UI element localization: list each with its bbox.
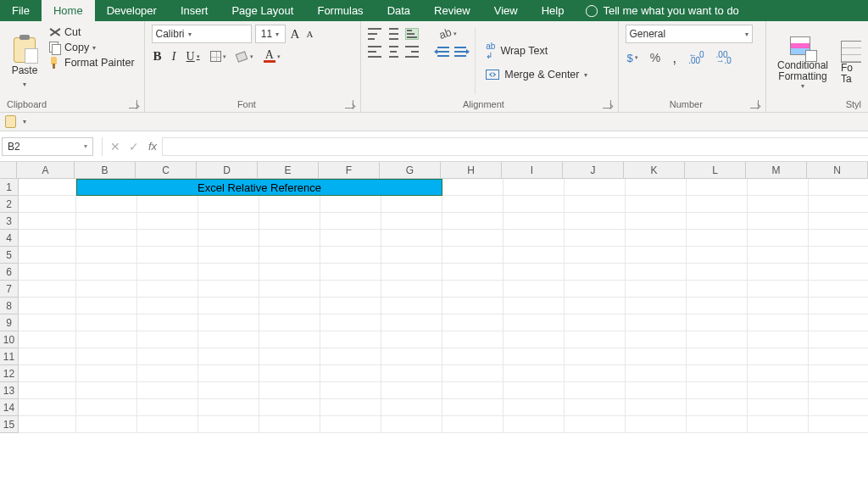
cell[interactable] bbox=[381, 213, 442, 230]
cell[interactable] bbox=[809, 365, 868, 382]
cell[interactable] bbox=[320, 314, 381, 331]
fill-color-button[interactable] bbox=[235, 50, 255, 64]
cell[interactable] bbox=[137, 382, 198, 399]
format-as-table-button[interactable]: Fo Ta bbox=[841, 25, 861, 97]
cell[interactable] bbox=[320, 331, 381, 348]
font-color-button[interactable]: A bbox=[262, 49, 282, 64]
cell[interactable] bbox=[137, 230, 198, 247]
paste-button[interactable]: Paste bbox=[7, 25, 42, 97]
column-header-J[interactable]: J bbox=[563, 162, 624, 179]
cell[interactable] bbox=[626, 365, 687, 382]
cell[interactable] bbox=[76, 331, 137, 348]
cell[interactable] bbox=[137, 281, 198, 298]
cell[interactable] bbox=[504, 314, 565, 331]
cell[interactable] bbox=[748, 179, 809, 196]
cell[interactable] bbox=[259, 331, 320, 348]
cell[interactable] bbox=[687, 179, 748, 196]
cell[interactable] bbox=[198, 298, 259, 314]
tab-home[interactable]: Home bbox=[42, 0, 95, 21]
cell[interactable] bbox=[198, 247, 259, 264]
cell[interactable] bbox=[809, 264, 868, 281]
cut-button[interactable]: Cut bbox=[47, 26, 136, 38]
cell[interactable] bbox=[504, 365, 565, 382]
cell[interactable] bbox=[687, 264, 748, 281]
cell[interactable] bbox=[137, 314, 198, 331]
cell[interactable] bbox=[809, 298, 868, 314]
cell[interactable] bbox=[565, 230, 626, 247]
cell[interactable] bbox=[198, 196, 259, 213]
formula-input[interactable] bbox=[162, 137, 868, 156]
cell[interactable] bbox=[626, 247, 687, 264]
cell[interactable] bbox=[19, 179, 76, 196]
cell[interactable] bbox=[565, 365, 626, 382]
cell[interactable] bbox=[198, 314, 259, 331]
cell[interactable] bbox=[687, 196, 748, 213]
cell[interactable] bbox=[748, 281, 809, 298]
cell[interactable] bbox=[259, 264, 320, 281]
font-launcher-icon[interactable] bbox=[345, 100, 353, 108]
row-header-14[interactable]: 14 bbox=[0, 399, 19, 416]
cell[interactable] bbox=[809, 179, 868, 196]
cell[interactable] bbox=[687, 230, 748, 247]
cell[interactable] bbox=[19, 230, 76, 247]
cell[interactable] bbox=[748, 196, 809, 213]
cell[interactable] bbox=[809, 213, 868, 230]
cell[interactable] bbox=[320, 348, 381, 365]
cell[interactable] bbox=[19, 281, 76, 298]
row-header-3[interactable]: 3 bbox=[0, 213, 19, 230]
cell[interactable] bbox=[626, 264, 687, 281]
column-header-H[interactable]: H bbox=[441, 162, 502, 179]
cell[interactable] bbox=[626, 399, 687, 416]
borders-button[interactable] bbox=[209, 50, 228, 63]
cell[interactable] bbox=[381, 399, 442, 416]
cell[interactable] bbox=[381, 281, 442, 298]
comma-style-button[interactable]: , bbox=[670, 53, 678, 63]
cell[interactable] bbox=[504, 213, 565, 230]
cell[interactable] bbox=[320, 264, 381, 281]
qat-dropdown-icon[interactable]: ▾ bbox=[23, 118, 26, 125]
tellme-search[interactable]: Tell me what you want to do bbox=[576, 0, 748, 21]
row-header-2[interactable]: 2 bbox=[0, 196, 19, 213]
cell[interactable] bbox=[565, 399, 626, 416]
cell[interactable] bbox=[137, 365, 198, 382]
tab-insert[interactable]: Insert bbox=[169, 0, 220, 21]
cell[interactable] bbox=[137, 264, 198, 281]
cell[interactable] bbox=[442, 213, 504, 230]
decrease-decimal-button[interactable]: .00→.0 bbox=[715, 51, 733, 64]
cell[interactable] bbox=[259, 382, 320, 399]
cell[interactable] bbox=[259, 314, 320, 331]
cell[interactable] bbox=[320, 196, 381, 213]
cell[interactable] bbox=[198, 264, 259, 281]
cell[interactable] bbox=[809, 348, 868, 365]
cell[interactable] bbox=[809, 382, 868, 399]
row-header-5[interactable]: 5 bbox=[0, 247, 19, 264]
cell[interactable] bbox=[809, 416, 868, 433]
cell[interactable] bbox=[76, 365, 137, 382]
cell[interactable] bbox=[565, 331, 626, 348]
cell[interactable] bbox=[198, 399, 259, 416]
cell[interactable] bbox=[381, 348, 442, 365]
cell[interactable] bbox=[809, 230, 868, 247]
row-header-4[interactable]: 4 bbox=[0, 230, 19, 247]
cell[interactable] bbox=[504, 382, 565, 399]
cell[interactable] bbox=[320, 298, 381, 314]
cell[interactable] bbox=[442, 298, 504, 314]
italic-button[interactable]: I bbox=[170, 48, 178, 64]
cell[interactable] bbox=[381, 331, 442, 348]
cell[interactable] bbox=[76, 264, 137, 281]
cell[interactable] bbox=[442, 348, 504, 365]
cell[interactable] bbox=[381, 230, 442, 247]
merged-title-cell[interactable]: Excel Relative Reference bbox=[76, 179, 442, 196]
cell[interactable] bbox=[442, 281, 504, 298]
name-box[interactable]: B2 ▾ bbox=[2, 137, 93, 156]
cell[interactable] bbox=[198, 416, 259, 433]
cell[interactable] bbox=[198, 365, 259, 382]
column-header-K[interactable]: K bbox=[624, 162, 685, 179]
cell[interactable] bbox=[19, 365, 76, 382]
tab-file[interactable]: File bbox=[0, 0, 42, 21]
cell[interactable] bbox=[137, 399, 198, 416]
cell[interactable] bbox=[748, 399, 809, 416]
cell[interactable] bbox=[259, 348, 320, 365]
cell[interactable] bbox=[137, 348, 198, 365]
increase-indent-button[interactable] bbox=[454, 47, 466, 57]
